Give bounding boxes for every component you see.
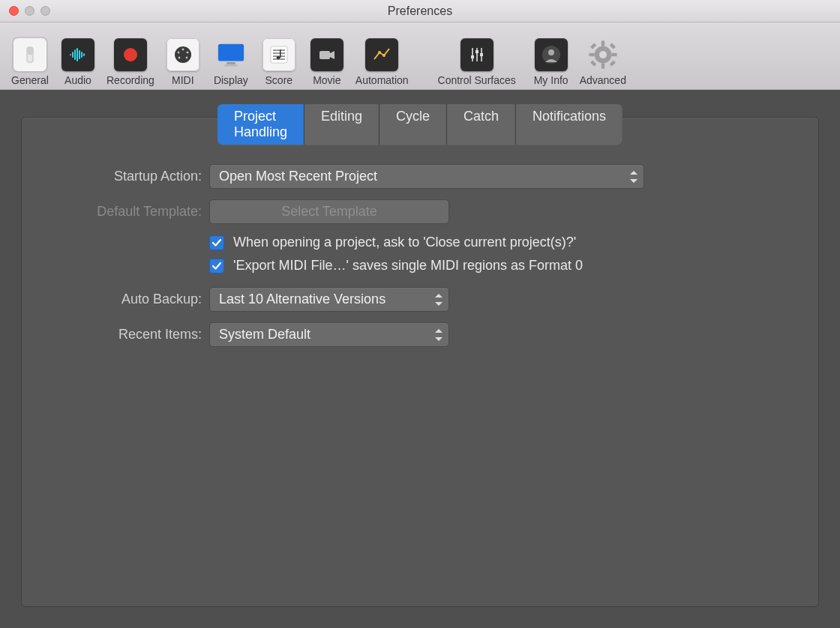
tab-editing[interactable]: Editing [304, 104, 380, 145]
toolbar-label: MIDI [172, 74, 194, 86]
tab-bar: Project Handling Editing Cycle Catch Not… [218, 104, 622, 145]
person-icon [535, 38, 568, 71]
select-template-button[interactable]: Select Template [209, 199, 449, 224]
toolbar-label: Automation [356, 74, 409, 86]
tab-catch[interactable]: Catch [447, 104, 516, 145]
switch-icon [14, 38, 46, 71]
svg-rect-26 [320, 51, 330, 59]
svg-rect-42 [590, 43, 596, 49]
settings-panel: Project Handling Editing Cycle Catch Not… [21, 117, 819, 607]
updown-icon [435, 329, 442, 341]
svg-rect-32 [471, 55, 474, 58]
svg-point-28 [382, 54, 386, 57]
toolbar-label: Recording [106, 74, 154, 86]
tab-cycle[interactable]: Cycle [380, 104, 447, 145]
svg-rect-33 [476, 50, 478, 53]
svg-rect-44 [610, 43, 616, 49]
toolbar-item-recording[interactable]: Recording [104, 38, 158, 86]
select-value: Last 10 Alternative Versions [219, 292, 386, 307]
camera-icon [310, 38, 344, 71]
svg-rect-41 [611, 53, 616, 56]
svg-point-11 [182, 49, 184, 51]
toolbar-item-advanced[interactable]: Advanced [577, 38, 629, 86]
svg-rect-1 [27, 47, 33, 55]
zoom-button[interactable] [40, 6, 50, 16]
updown-icon [630, 171, 638, 183]
svg-point-15 [185, 57, 188, 59]
waveform-icon [62, 38, 94, 71]
score-icon [262, 38, 296, 71]
svg-rect-19 [271, 46, 287, 63]
toolbar-label: Score [266, 74, 293, 86]
toolbar-label: Movie [313, 74, 340, 86]
automation-icon [365, 38, 398, 71]
svg-point-27 [378, 51, 381, 54]
toolbar-item-automation[interactable]: Automation [352, 38, 412, 86]
toolbar-item-score[interactable]: Score [256, 38, 302, 86]
toolbar-label: My Info [534, 74, 568, 86]
toolbar-label: Advanced [580, 74, 626, 86]
svg-rect-43 [610, 60, 616, 66]
svg-rect-18 [224, 64, 237, 67]
toolbar-item-general[interactable]: General [8, 38, 52, 86]
faders-icon [460, 38, 494, 71]
svg-point-24 [276, 56, 280, 59]
svg-rect-40 [589, 53, 594, 56]
titlebar: Preferences [0, 0, 840, 22]
toolbar-item-control-surfaces[interactable]: Control Surfaces [428, 38, 526, 86]
minimize-button[interactable] [25, 6, 34, 16]
window-title: Preferences [0, 4, 840, 18]
default-template-label: Default Template: [49, 204, 209, 220]
toolbar-label: Control Surfaces [438, 74, 516, 86]
form: Startup Action: Open Most Recent Project… [22, 149, 818, 372]
display-icon [214, 38, 248, 71]
toolbar-item-midi[interactable]: MIDI [160, 38, 206, 86]
gear-icon [586, 38, 620, 71]
select-value: System Default [219, 327, 310, 342]
svg-rect-39 [602, 63, 604, 68]
traffic-lights [0, 6, 50, 16]
svg-point-12 [177, 52, 179, 54]
tab-notifications[interactable]: Notifications [516, 104, 622, 145]
svg-point-36 [548, 49, 554, 55]
toolbar-label: General [11, 74, 49, 86]
tab-project-handling[interactable]: Project Handling [218, 104, 304, 145]
svg-rect-16 [218, 44, 244, 61]
startup-action-select[interactable]: Open Most Recent Project [209, 164, 644, 189]
record-icon [114, 38, 147, 71]
recent-items-label: Recent Items: [49, 327, 209, 342]
svg-point-14 [178, 57, 180, 59]
toolbar-item-display[interactable]: Display [208, 38, 254, 86]
content-area: Project Handling Editing Cycle Catch Not… [0, 90, 840, 628]
checkbox-label: When opening a project, ask to 'Close cu… [233, 235, 576, 250]
midi-icon [166, 38, 200, 71]
startup-action-label: Startup Action: [49, 169, 209, 184]
recent-items-select[interactable]: System Default [209, 322, 449, 347]
auto-backup-select[interactable]: Last 10 Alternative Versions [209, 287, 449, 312]
svg-rect-38 [602, 40, 604, 46]
checkbox-label: 'Export MIDI File…' saves single MIDI re… [233, 258, 583, 274]
toolbar-item-movie[interactable]: Movie [304, 38, 350, 86]
svg-rect-25 [280, 49, 281, 58]
toolbar-item-audio[interactable]: Audio [56, 38, 100, 86]
svg-point-9 [124, 48, 137, 61]
svg-rect-45 [590, 60, 596, 66]
svg-point-13 [186, 52, 188, 54]
preferences-window: Preferences General Audio Recording [0, 0, 840, 628]
close-button[interactable] [9, 6, 19, 16]
toolbar-item-my-info[interactable]: My Info [529, 38, 574, 86]
toolbar-label: Display [214, 74, 248, 86]
select-value: Open Most Recent Project [219, 169, 377, 184]
toolbar: General Audio Recording MIDI Display [0, 22, 840, 90]
checkbox-export-midi-format0[interactable] [209, 259, 224, 274]
toolbar-label: Audio [64, 74, 92, 86]
svg-rect-17 [226, 62, 235, 64]
updown-icon [435, 294, 442, 306]
checkbox-ask-close-project[interactable] [209, 235, 224, 250]
svg-point-46 [599, 51, 607, 58]
auto-backup-label: Auto Backup: [49, 292, 209, 307]
svg-rect-34 [480, 53, 483, 56]
